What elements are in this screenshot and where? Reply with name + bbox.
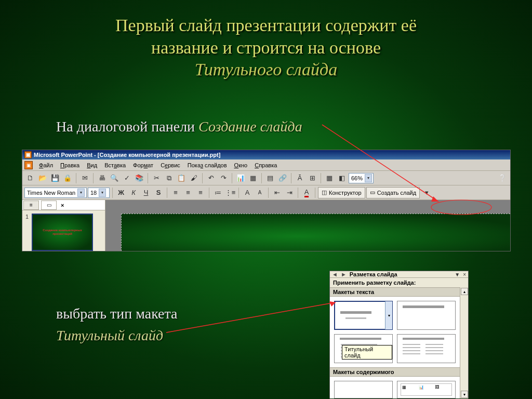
taskpane-scrollbar[interactable]: ▴ ▾ [460, 287, 468, 398]
preview-icon[interactable]: 🔍 [109, 172, 120, 184]
layout-grid-text: ▾ Титульный слайд [330, 297, 460, 367]
layout-title-only[interactable] [397, 301, 456, 330]
menu-slideshow[interactable]: Показ слайдов [184, 161, 230, 169]
slide-editor[interactable] [105, 200, 510, 251]
separator [261, 173, 262, 183]
fontsize-combo[interactable]: 18 ▾ [88, 188, 110, 198]
separator [76, 173, 76, 183]
pp-doc-icon: ▣ [24, 161, 33, 169]
font-color-icon[interactable]: A [301, 187, 312, 198]
separator [148, 173, 148, 183]
new-slide-icon: ▭ [370, 189, 375, 196]
slide-canvas [121, 214, 510, 251]
grid-icon[interactable]: ▦ [324, 172, 335, 184]
table-icon[interactable]: ▦ [247, 172, 259, 184]
redo-icon[interactable]: ↷ [218, 172, 229, 184]
save-icon[interactable]: 💾 [49, 172, 61, 184]
scroll-down-icon[interactable]: ▾ [461, 391, 468, 398]
body-line-1: На диалоговой панели Создание слайда [56, 118, 302, 135]
layout-blank[interactable] [334, 381, 393, 398]
thumb-title: Создание компьютерных презентаций [33, 229, 92, 235]
italic-icon[interactable]: К [128, 187, 139, 198]
close-pane-icon[interactable]: × [61, 202, 64, 208]
separator [315, 188, 315, 198]
thumbnail-list: 1 Создание компьютерных презентаций [22, 210, 105, 254]
title-line-1: Первый слайд презентации содержит её [0, 15, 532, 37]
shadow-icon[interactable]: S [153, 187, 164, 198]
pp-titlebar: ▣ Microsoft PowerPoint - [Создание компь… [22, 150, 510, 159]
menu-insert[interactable]: Вставка [101, 161, 129, 169]
body-line-3: Титульный слайд [56, 327, 163, 344]
outline-tab[interactable]: ≡ [23, 201, 39, 210]
designer-button[interactable]: ◫ Конструктор [318, 187, 365, 198]
layout-content[interactable]: ▦📊🖼 [397, 381, 456, 398]
permission-icon[interactable]: 🔒 [62, 172, 73, 184]
color-icon[interactable]: ◧ [336, 172, 348, 184]
decrease-indent-icon[interactable]: ⇤ [271, 187, 283, 198]
menu-help[interactable]: Справка [251, 161, 280, 169]
layout-two-content[interactable] [397, 334, 456, 363]
menu-window[interactable]: Окно [231, 161, 251, 169]
show-format-icon[interactable]: ⊞ [307, 172, 318, 184]
zoom-combo[interactable]: 66% ▾ [349, 173, 374, 183]
increase-font-icon[interactable]: A [242, 187, 253, 198]
font-name: Times New Roman [27, 190, 75, 196]
layout-title-content[interactable]: Титульный слайд [334, 334, 393, 363]
chart-icon[interactable]: 📊 [235, 172, 246, 184]
increase-indent-icon[interactable]: ⇥ [284, 187, 295, 198]
taskpane-back-icon[interactable]: ◄ [332, 271, 338, 277]
powerpoint-window: ▣ Microsoft PowerPoint - [Создание компь… [22, 150, 511, 251]
chevron-down-icon[interactable]: ▾ [77, 189, 85, 197]
body-line-2: выбрать тип макета [56, 305, 178, 322]
layout-title-slide[interactable]: ▾ [334, 301, 393, 330]
cut-icon[interactable]: ✂ [151, 172, 162, 184]
slides-tab[interactable]: ▭ [41, 201, 57, 210]
layout-dropdown-icon[interactable]: ▾ [385, 301, 392, 329]
font-combo[interactable]: Times New Roman ▾ [24, 188, 87, 198]
scroll-up-icon[interactable]: ▴ [461, 288, 468, 295]
new-slide-button[interactable]: ▭ Создать слайд [366, 187, 420, 198]
menu-format[interactable]: Формат [130, 161, 156, 169]
align-left-icon[interactable]: ≡ [170, 187, 181, 198]
new-icon[interactable]: 🗋 [24, 172, 36, 184]
spell-icon[interactable]: ✓ [121, 172, 132, 184]
pp-workspace: ≡ ▭ × 1 Создание компьютерных презентаци… [22, 200, 510, 251]
taskpane-fwd-icon[interactable]: ► [341, 271, 347, 277]
align-center-icon[interactable]: ≡ [182, 187, 194, 198]
mail-icon[interactable]: ✉ [79, 172, 90, 184]
taskpane-title: Разметка слайда [350, 271, 451, 277]
align-right-icon[interactable]: ≡ [195, 187, 206, 198]
chevron-down-icon[interactable]: ▾ [365, 174, 372, 182]
copy-icon[interactable]: ⧉ [163, 172, 175, 184]
underline-icon[interactable]: Ч [140, 187, 152, 198]
separator [298, 188, 298, 198]
taskpane-apply-label: Применить разметку слайда: [330, 278, 468, 287]
taskpane-menu-icon[interactable]: ▼ [455, 272, 460, 277]
bullets-icon[interactable]: ⋮≡ [224, 187, 236, 198]
decrease-font-icon[interactable]: A [254, 187, 265, 198]
open-icon[interactable]: 📂 [37, 172, 48, 184]
taskpane-close-icon[interactable]: × [463, 272, 466, 277]
expand-icon[interactable]: Ā [294, 172, 305, 184]
menu-edit[interactable]: Правка [57, 161, 83, 169]
undo-icon[interactable]: ↶ [205, 172, 217, 184]
separator [268, 188, 269, 198]
paste-icon[interactable]: 📋 [176, 172, 187, 184]
research-icon[interactable]: 📚 [134, 172, 145, 184]
format-painter-icon[interactable]: 🖌 [188, 172, 200, 184]
numbering-icon[interactable]: ≔ [212, 187, 223, 198]
separator [209, 188, 209, 198]
menu-tools[interactable]: Сервис [157, 161, 183, 169]
bold-icon[interactable]: Ж [115, 187, 127, 198]
slide-thumbnail[interactable]: Создание компьютерных презентаций [32, 214, 93, 251]
tables-borders-icon[interactable]: ▤ [264, 172, 276, 184]
print-icon[interactable]: 🖶 [96, 172, 108, 184]
title-line-2: название и строится на основе [0, 37, 532, 59]
hyperlink-icon[interactable]: 🔗 [277, 172, 288, 184]
toolbar-options-icon[interactable]: ▾ [421, 187, 432, 198]
menu-view[interactable]: Вид [84, 161, 100, 169]
help-icon[interactable]: ❔ [497, 172, 508, 184]
new-slide-label: Создать слайд [377, 190, 416, 196]
menu-file[interactable]: Файл [36, 161, 56, 169]
chevron-down-icon[interactable]: ▾ [99, 189, 106, 197]
